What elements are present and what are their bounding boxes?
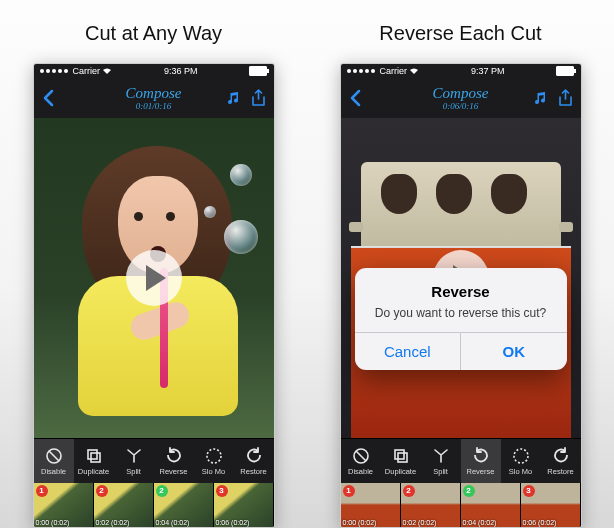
disable-icon — [352, 447, 370, 465]
share-icon[interactable] — [251, 89, 266, 107]
back-button[interactable] — [349, 89, 361, 107]
tool-label: Disable — [348, 467, 373, 476]
clip-thumb[interactable]: 2 0:04 (0:02) — [461, 483, 521, 527]
video-preview[interactable]: Reverse Do you want to reverse this cut?… — [341, 118, 581, 438]
screenshot-left: Cut at Any Way Carrier 9:36 PM Compose 0… — [0, 0, 307, 528]
chevron-left-icon — [42, 89, 54, 107]
tool-split[interactable]: Split — [421, 439, 461, 483]
chevron-left-icon — [349, 89, 361, 107]
tool-reverse[interactable]: Reverse — [154, 439, 194, 483]
slomo-icon — [205, 447, 223, 465]
tool-restore[interactable]: Restore — [541, 439, 581, 483]
tool-label: Restore — [240, 467, 266, 476]
duplicate-icon — [85, 447, 103, 465]
share-icon[interactable] — [558, 89, 573, 107]
tool-slomo[interactable]: Slo Mo — [501, 439, 541, 483]
reverse-icon — [472, 447, 490, 465]
clip-thumb[interactable]: 3 0:06 (0:02) — [214, 483, 274, 527]
video-preview[interactable] — [34, 118, 274, 438]
clip-badge: 2 — [463, 485, 475, 497]
nav-actions — [532, 89, 573, 107]
clip-time: 0:06 (0:02) — [216, 519, 250, 526]
tool-restore[interactable]: Restore — [234, 439, 274, 483]
phone-frame: Carrier 9:36 PM Compose 0:01/0:16 — [33, 63, 275, 528]
clip-time: 0:02 (0:02) — [96, 519, 130, 526]
filmstrip[interactable]: 1 0:00 (0:02) 2 0:02 (0:02) 2 0:04 (0:02… — [34, 483, 274, 527]
tool-label: Reverse — [467, 467, 495, 476]
svg-point-7 — [514, 449, 528, 463]
clip-time: 0:04 (0:02) — [463, 519, 497, 526]
caption-left: Cut at Any Way — [85, 22, 222, 45]
tool-split[interactable]: Split — [114, 439, 154, 483]
signal-indicator: Carrier — [347, 66, 420, 76]
screenshot-right: Reverse Each Cut Carrier 9:37 PM Compose… — [307, 0, 614, 528]
tool-label: Disable — [41, 467, 66, 476]
clip-badge: 2 — [96, 485, 108, 497]
clip-badge: 3 — [216, 485, 228, 497]
clip-time: 0:04 (0:02) — [156, 519, 190, 526]
duplicate-icon — [392, 447, 410, 465]
edit-toolbar: Disable Duplicate Split Reverse Slo Mo R… — [34, 438, 274, 483]
reverse-icon — [165, 447, 183, 465]
edit-toolbar: Disable Duplicate Split Reverse Slo Mo R… — [341, 438, 581, 483]
alert-message: Do you want to reverse this cut? — [375, 306, 546, 320]
tool-label: Reverse — [160, 467, 188, 476]
music-note-icon[interactable] — [225, 90, 241, 106]
svg-rect-5 — [395, 450, 404, 459]
tool-label: Duplicate — [78, 467, 109, 476]
clip-thumb[interactable]: 1 0:00 (0:02) — [34, 483, 94, 527]
phone-frame: Carrier 9:37 PM Compose 0:06/0:16 — [340, 63, 582, 528]
wifi-icon — [409, 67, 419, 75]
tool-label: Split — [433, 467, 448, 476]
clip-badge: 3 — [523, 485, 535, 497]
split-icon — [125, 447, 143, 465]
alert-cancel-button[interactable]: Cancel — [355, 333, 461, 370]
clip-thumb[interactable]: 2 0:02 (0:02) — [401, 483, 461, 527]
wifi-icon — [102, 67, 112, 75]
nav-actions — [225, 89, 266, 107]
play-button[interactable] — [126, 250, 182, 306]
slomo-icon — [512, 447, 530, 465]
battery-icon — [556, 66, 574, 76]
svg-rect-1 — [88, 450, 97, 459]
svg-rect-6 — [398, 453, 407, 462]
tool-disable[interactable]: Disable — [341, 439, 381, 483]
nav-bar: Compose 0:01/0:16 — [34, 78, 274, 118]
tool-label: Duplicate — [385, 467, 416, 476]
clip-thumb[interactable]: 1 0:00 (0:02) — [341, 483, 401, 527]
carrier-label: Carrier — [380, 66, 408, 76]
tool-slomo[interactable]: Slo Mo — [194, 439, 234, 483]
tool-disable[interactable]: Disable — [34, 439, 74, 483]
filmstrip[interactable]: 1 0:00 (0:02) 2 0:02 (0:02) 2 0:04 (0:02… — [341, 483, 581, 527]
alert-ok-button[interactable]: OK — [460, 333, 567, 370]
tool-reverse[interactable]: Reverse — [461, 439, 501, 483]
tool-label: Restore — [547, 467, 573, 476]
signal-indicator: Carrier — [40, 66, 113, 76]
back-button[interactable] — [42, 89, 54, 107]
status-time: 9:36 PM — [164, 66, 198, 76]
clip-thumb[interactable]: 2 0:02 (0:02) — [94, 483, 154, 527]
music-note-icon[interactable] — [532, 90, 548, 106]
tool-duplicate[interactable]: Duplicate — [74, 439, 114, 483]
battery-icon — [249, 66, 267, 76]
clip-thumb[interactable]: 3 0:06 (0:02) — [521, 483, 581, 527]
clip-badge: 1 — [343, 485, 355, 497]
clip-badge: 2 — [156, 485, 168, 497]
status-bar: Carrier 9:36 PM — [34, 64, 274, 78]
alert-title: Reverse — [367, 283, 555, 300]
clip-time: 0:02 (0:02) — [403, 519, 437, 526]
clip-time: 0:00 (0:02) — [343, 519, 377, 526]
status-bar: Carrier 9:37 PM — [341, 64, 581, 78]
status-time: 9:37 PM — [471, 66, 505, 76]
tool-duplicate[interactable]: Duplicate — [381, 439, 421, 483]
split-icon — [432, 447, 450, 465]
clip-badge: 2 — [403, 485, 415, 497]
tool-label: Split — [126, 467, 141, 476]
svg-rect-2 — [91, 453, 100, 462]
reverse-alert: Reverse Do you want to reverse this cut?… — [355, 268, 567, 370]
svg-point-3 — [207, 449, 221, 463]
tool-label: Slo Mo — [509, 467, 532, 476]
caption-right: Reverse Each Cut — [379, 22, 541, 45]
restore-icon — [552, 447, 570, 465]
clip-thumb[interactable]: 2 0:04 (0:02) — [154, 483, 214, 527]
